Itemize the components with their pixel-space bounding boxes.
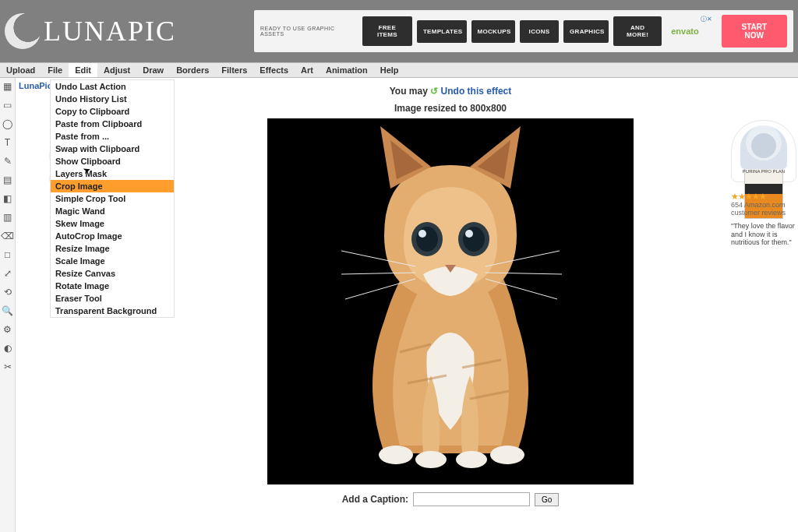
menu-item-swap-clipboard[interactable]: Swap with Clipboard [51,143,174,155]
image-canvas[interactable] [267,118,634,484]
menu-item-undo-last[interactable]: Undo Last Action [51,80,174,93]
svg-point-3 [490,446,524,464]
ad-cat-image [740,125,787,169]
menu-animation[interactable]: Animation [320,63,374,77]
menu-item-crop-image[interactable]: Crop Image [51,180,174,192]
menu-item-rotate-image[interactable]: Rotate Image [51,280,174,292]
ad-brand: envato [671,26,698,36]
workspace: ▦ ▭ ◯ T ✎ ▤ ◧ ▥ ⌫ □ ⤢ ⟲ 🔍 ⚙ ◐ ✂ LunaPic … [0,78,798,532]
ad-tile[interactable]: FREE ITEMS [362,16,412,46]
menu-item-autocrop[interactable]: AutoCrop Image [51,230,174,242]
tool-icon[interactable]: □ [2,249,13,260]
main-content: You may ↺ Undo this effect Image resized… [171,78,729,532]
tool-icon[interactable]: ▭ [2,100,13,111]
menu-edit[interactable]: Edit [69,63,97,77]
menu-item-simple-crop[interactable]: Simple Crop Tool [51,192,174,205]
menu-file[interactable]: File [41,63,69,77]
caption-go-button[interactable]: Go [535,493,559,506]
tool-icon[interactable]: ⚙ [2,324,13,335]
sidebar-ad[interactable]: PURINA PRO PLAN [731,120,796,182]
tool-icon[interactable]: ⟲ [2,287,13,298]
tool-icon[interactable]: ▦ [2,81,13,92]
menu-draw[interactable]: Draw [136,63,170,77]
menu-item-resize-canvas[interactable]: Resize Canvas [51,267,174,280]
header-ad-banner[interactable]: READY TO USE GRAPHIC ASSETS FREE ITEMS T… [254,10,793,52]
caption-label: Add a Caption: [342,494,408,505]
menu-item-transparent-bg[interactable]: Transparent Background [51,305,174,317]
svg-point-0 [379,446,413,464]
review-count: 654 Amazon.com customer reviews [731,202,796,217]
ad-product-label: PURINA PRO PLAN [743,169,785,174]
menu-item-skew-image[interactable]: Skew Image [51,217,174,230]
ad-close-icon[interactable]: ⓘ✕ [701,15,712,23]
right-sidebar: PURINA PRO PLAN ★★★★★ 654 Amazon.com cus… [729,78,798,532]
caption-input[interactable] [413,492,530,506]
menu-item-magic-wand[interactable]: Magic Wand [51,205,174,217]
svg-point-7 [463,227,485,252]
tool-icon[interactable]: ◐ [2,343,13,354]
menu-item-copy-clipboard[interactable]: Copy to Clipboard [51,105,174,118]
moon-icon [5,13,41,49]
menu-bar: Upload File Edit Adjust Draw Borders Fil… [0,62,798,78]
tool-icon[interactable]: ✂ [2,361,13,372]
tool-icon[interactable]: ◯ [2,118,13,129]
menu-filters[interactable]: Filters [215,63,253,77]
menu-item-resize-image[interactable]: Resize Image [51,242,174,255]
resize-status: Image resized to 800x800 [394,103,507,114]
svg-point-2 [456,451,487,468]
menu-item-scale-image[interactable]: Scale Image [51,255,174,267]
caption-row: Add a Caption: Go [342,492,560,506]
ad-tile[interactable]: ICONS [520,20,559,43]
ad-tagline: READY TO USE GRAPHIC ASSETS [260,26,355,37]
tool-icon[interactable]: ⌫ [2,231,13,241]
menu-borders[interactable]: Borders [170,63,215,77]
ad-tile[interactable]: MOCKUPS [471,20,516,43]
review-quote: "They love the flavor and I know it is n… [731,222,796,247]
menu-art[interactable]: Art [295,63,320,77]
menu-item-layers-mask[interactable]: Layers Mask [51,167,174,180]
ad-tile[interactable]: TEMPLATES [417,20,467,43]
undo-prefix: You may [390,86,430,97]
tool-icon[interactable]: ⤢ [2,268,13,279]
menu-item-paste-from[interactable]: Paste from ... [51,130,174,143]
undo-hint: You may ↺ Undo this effect [390,86,511,97]
tool-icon[interactable]: ✎ [2,156,13,167]
ad-tile[interactable]: GRAPHICS [563,20,609,43]
ad-start-button[interactable]: START NOW [722,15,787,48]
menu-item-undo-history[interactable]: Undo History List [51,93,174,105]
svg-point-1 [415,451,447,468]
tool-icon[interactable]: ▤ [2,174,13,185]
left-panel: LunaPic > Undo Last Action Undo History … [16,78,171,532]
tool-strip: ▦ ▭ ◯ T ✎ ▤ ◧ ▥ ⌫ □ ⤢ ⟲ 🔍 ⚙ ◐ ✂ [0,78,16,532]
menu-effects[interactable]: Effects [253,63,295,77]
menu-help[interactable]: Help [374,63,405,77]
menu-adjust[interactable]: Adjust [97,63,136,77]
menu-item-show-clipboard[interactable]: Show Clipboard [51,155,174,167]
brand-logo[interactable]: LUNAPIC [5,13,176,49]
undo-link[interactable]: Undo this effect [441,86,512,97]
menu-item-eraser-tool[interactable]: Eraser Tool [51,292,174,305]
edit-dropdown: Undo Last Action Undo History List Copy … [50,79,175,318]
tool-icon[interactable]: ▥ [2,212,13,223]
menu-upload[interactable]: Upload [0,63,41,77]
ad-tile[interactable]: AND MORE! [613,16,662,46]
svg-point-9 [465,230,473,238]
tool-icon[interactable]: T [2,137,13,148]
kitten-image [267,118,634,484]
menu-item-paste-clipboard[interactable]: Paste from Clipboard [51,118,174,130]
tool-icon[interactable]: 🔍 [2,305,13,316]
brand-name: LUNAPIC [44,15,176,48]
app-header: LUNAPIC READY TO USE GRAPHIC ASSETS FREE… [0,0,798,62]
tool-icon[interactable]: ◧ [2,193,13,204]
svg-point-6 [416,227,438,252]
svg-point-8 [418,230,426,238]
undo-icon: ↺ [430,86,438,97]
